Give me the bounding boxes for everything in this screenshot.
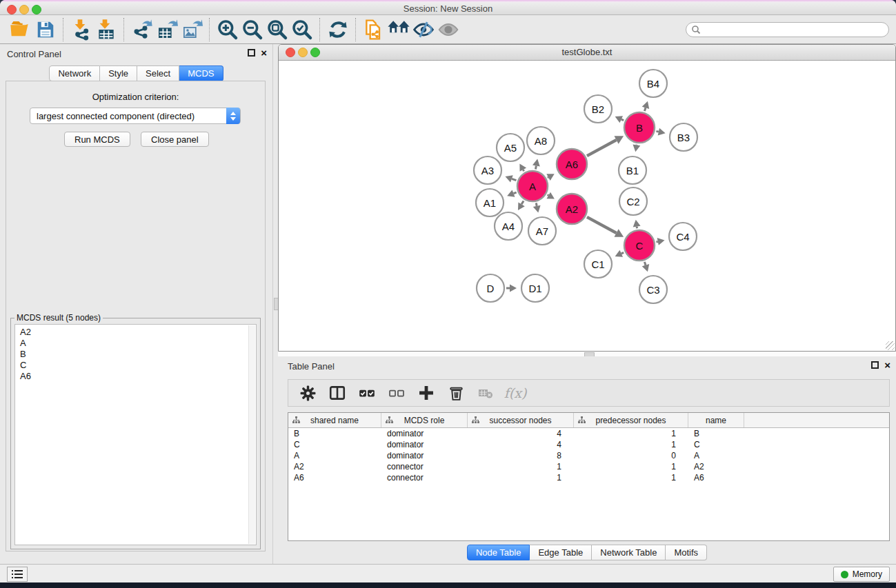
deselect-all-icon[interactable] [387,383,406,403]
table-cell[interactable]: 1 [574,429,688,438]
run-mcds-button[interactable]: Run MCDS [64,132,130,147]
graph-node-C4[interactable]: C4 [669,223,697,250]
graph-node-A6[interactable]: A6 [557,149,587,179]
table-cell[interactable]: 4 [468,429,574,438]
graph-node-A8[interactable]: A8 [527,127,555,154]
table-cell[interactable]: A2 [288,462,381,472]
graph-node-A7[interactable]: A7 [528,217,556,245]
mcds-result-item[interactable]: A2 [20,327,256,338]
mcds-result-item[interactable]: C [20,360,256,371]
graph-edge-C-C4[interactable] [656,238,664,245]
column-header-successor-nodes[interactable]: successor nodes [468,413,574,427]
import-table-icon[interactable] [94,17,119,42]
graph-edge-A-A4[interactable] [518,201,525,210]
column-header-predecessor-nodes[interactable]: predecessor nodes [574,413,688,427]
graph-edge-A2-C[interactable] [587,217,624,237]
tab-mcds[interactable]: MCDS [179,65,223,81]
table-cell[interactable]: dominator [381,440,468,449]
tab-style[interactable]: Style [100,65,137,81]
export-image-icon[interactable] [179,17,204,42]
column-header-name[interactable]: name [688,413,744,427]
table-cell[interactable]: dominator [381,451,468,460]
tab-network-table[interactable]: Network Table [592,545,666,560]
task-history-button[interactable] [7,567,28,582]
graph-edge-D-D1[interactable] [506,285,517,292]
graph-edge-A-A5[interactable] [519,163,526,171]
mcds-result-item[interactable]: A [20,338,256,349]
table-cell[interactable]: A2 [688,462,744,472]
visual-mapping-icon[interactable] [411,17,436,42]
table-row[interactable]: A2connector11A2 [288,461,889,472]
graph-node-C2[interactable]: C2 [619,187,647,215]
table-cell[interactable]: 1 [468,462,574,472]
table-cell[interactable]: 0 [574,451,688,460]
table-cell[interactable]: 8 [468,451,574,460]
graph-edge-A6-B[interactable] [587,136,624,156]
table-settings-gear-icon[interactable] [298,383,317,403]
scrollbar[interactable] [248,325,255,544]
graph-edge-A-A7[interactable] [533,203,541,212]
function-builder-icon[interactable]: f(x) [506,383,525,403]
graph-edge-A-A2[interactable] [546,192,554,199]
criterion-dropdown[interactable]: largest connected component (directed) [30,108,241,124]
graph-edge-A-A6[interactable] [546,174,554,181]
graph-edge-C-C2[interactable] [633,220,641,229]
open-session-icon[interactable] [8,17,33,42]
graph-node-C3[interactable]: C3 [639,276,667,303]
table-cell[interactable]: 1 [574,462,688,472]
graph-node-D1[interactable]: D1 [521,274,549,302]
graph-node-A1[interactable]: A1 [476,189,504,216]
table-row[interactable]: Adominator80A [288,450,889,461]
zoom-out-icon[interactable] [240,17,265,42]
table-cell[interactable]: B [688,429,744,438]
graph-edge-B-B4[interactable] [642,101,649,111]
table-cell[interactable]: A [688,451,744,460]
mcds-result-list[interactable]: A2ABCA6 [14,324,257,545]
table-row[interactable]: A6connector11A6 [288,472,889,483]
close-panel-button[interactable]: Close panel [141,132,209,147]
table-cell[interactable]: dominator [381,429,468,438]
graph-node-C[interactable]: C [624,230,655,261]
delete-table-icon[interactable] [476,383,495,403]
graph-node-C1[interactable]: C1 [584,250,612,278]
table-cell[interactable]: A6 [288,473,381,483]
graph-edge-A-A3[interactable] [505,175,516,182]
table-cell[interactable]: connector [381,473,468,483]
close-panel-icon[interactable]: × [884,361,890,369]
column-header-shared-name[interactable]: shared name [288,413,381,427]
network-canvas[interactable]: B4B2BB3A5A8A6B1A3AC2A1A2A4A7C4CC1C3DD1 [279,61,895,351]
export-network-icon[interactable] [130,17,155,42]
zoom-fit-icon[interactable] [265,17,290,42]
table-row[interactable]: Cdominator41C [288,439,889,450]
graph-node-B2[interactable]: B2 [584,95,612,123]
table-cell[interactable]: C [288,440,381,449]
graph-node-A3[interactable]: A3 [474,156,501,184]
refresh-icon[interactable] [326,17,350,42]
save-session-icon[interactable] [33,17,58,42]
horizontal-splitter[interactable] [278,352,896,356]
graph-node-D[interactable]: D [477,274,504,302]
add-column-icon[interactable] [417,383,436,403]
mcds-result-item[interactable]: A6 [20,371,256,382]
table-cell[interactable]: 1 [574,473,688,483]
table-cell[interactable]: 4 [468,440,574,449]
homes-icon[interactable] [386,17,411,42]
float-panel-icon[interactable] [248,49,255,57]
graph-node-A2[interactable]: A2 [557,194,587,224]
graph-edge-B-B1[interactable] [633,145,640,152]
float-panel-icon[interactable] [871,361,879,369]
column-header-MCDS-role[interactable]: MCDS role [381,413,468,427]
graph-edge-A-A8[interactable] [532,159,540,170]
resize-grip-icon[interactable] [886,341,895,350]
tab-motifs[interactable]: Motifs [666,545,707,560]
graph-node-A5[interactable]: A5 [497,134,524,161]
table-cell[interactable]: B [288,429,381,438]
mcds-result-item[interactable]: B [20,349,256,360]
tab-network[interactable]: Network [49,65,100,81]
zoom-in-icon[interactable] [215,17,240,42]
graph-node-B[interactable]: B [624,112,655,143]
table-row[interactable]: Bdominator41B [288,428,889,439]
table-cell[interactable]: 1 [574,440,688,449]
graph-node-B4[interactable]: B4 [639,70,667,97]
export-table-icon[interactable] [155,17,179,42]
